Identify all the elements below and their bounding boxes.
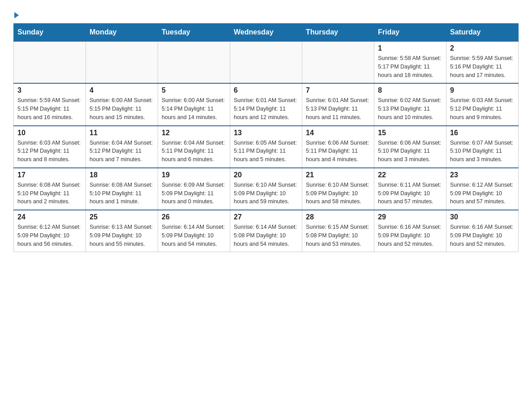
day-info: Sunrise: 6:12 AM Sunset: 5:09 PM Dayligh… <box>450 181 515 206</box>
day-number: 2 <box>450 44 515 52</box>
day-info: Sunrise: 6:10 AM Sunset: 5:09 PM Dayligh… <box>234 181 298 206</box>
day-number: 30 <box>450 213 515 221</box>
day-number: 24 <box>17 213 82 221</box>
day-info: Sunrise: 6:09 AM Sunset: 5:09 PM Dayligh… <box>162 181 226 206</box>
day-number: 8 <box>378 86 442 94</box>
calendar-cell: 4Sunrise: 6:00 AM Sunset: 5:15 PM Daylig… <box>86 83 158 125</box>
day-number: 15 <box>378 129 442 137</box>
calendar-cell <box>158 41 230 83</box>
day-info: Sunrise: 6:03 AM Sunset: 5:12 PM Dayligh… <box>450 96 515 121</box>
calendar-week-5: 24Sunrise: 6:12 AM Sunset: 5:09 PM Dayli… <box>14 210 519 252</box>
calendar-cell <box>14 41 86 83</box>
day-number: 28 <box>306 213 370 221</box>
calendar-cell: 16Sunrise: 6:07 AM Sunset: 5:10 PM Dayli… <box>446 126 519 168</box>
calendar-cell: 29Sunrise: 6:16 AM Sunset: 5:09 PM Dayli… <box>374 210 446 252</box>
day-number: 4 <box>90 86 154 94</box>
day-number: 25 <box>90 213 154 221</box>
header-row: Sunday Monday Tuesday Wednesday Thursday… <box>14 24 519 42</box>
calendar-cell: 18Sunrise: 6:08 AM Sunset: 5:10 PM Dayli… <box>86 168 158 210</box>
calendar-cell: 17Sunrise: 6:08 AM Sunset: 5:10 PM Dayli… <box>14 168 86 210</box>
calendar-cell <box>302 41 374 83</box>
logo-blue-text <box>13 13 19 19</box>
header-friday: Friday <box>374 24 446 42</box>
calendar-cell: 9Sunrise: 6:03 AM Sunset: 5:12 PM Daylig… <box>446 83 519 125</box>
calendar-week-1: 1Sunrise: 5:58 AM Sunset: 5:17 PM Daylig… <box>14 41 519 83</box>
calendar-cell: 10Sunrise: 6:03 AM Sunset: 5:12 PM Dayli… <box>14 126 86 168</box>
calendar-cell: 14Sunrise: 6:06 AM Sunset: 5:11 PM Dayli… <box>302 126 374 168</box>
day-info: Sunrise: 6:03 AM Sunset: 5:12 PM Dayligh… <box>17 139 82 164</box>
day-number: 7 <box>306 86 370 94</box>
calendar-week-4: 17Sunrise: 6:08 AM Sunset: 5:10 PM Dayli… <box>14 168 519 210</box>
calendar-cell: 11Sunrise: 6:04 AM Sunset: 5:12 PM Dayli… <box>86 126 158 168</box>
calendar-cell <box>86 41 158 83</box>
day-number: 10 <box>17 129 82 137</box>
calendar-cell: 3Sunrise: 5:59 AM Sunset: 5:15 PM Daylig… <box>14 83 86 125</box>
calendar-cell <box>230 41 302 83</box>
day-info: Sunrise: 5:59 AM Sunset: 5:15 PM Dayligh… <box>17 96 82 121</box>
calendar-cell: 22Sunrise: 6:11 AM Sunset: 5:09 PM Dayli… <box>374 168 446 210</box>
day-info: Sunrise: 6:12 AM Sunset: 5:09 PM Dayligh… <box>17 223 82 248</box>
header-tuesday: Tuesday <box>158 24 230 42</box>
day-number: 11 <box>90 129 154 137</box>
day-info: Sunrise: 6:05 AM Sunset: 5:11 PM Dayligh… <box>234 139 298 164</box>
header-wednesday: Wednesday <box>230 24 302 42</box>
calendar-cell: 21Sunrise: 6:10 AM Sunset: 5:09 PM Dayli… <box>302 168 374 210</box>
day-number: 18 <box>90 171 154 179</box>
day-info: Sunrise: 5:58 AM Sunset: 5:17 PM Dayligh… <box>378 54 442 79</box>
day-info: Sunrise: 6:06 AM Sunset: 5:10 PM Dayligh… <box>378 139 442 164</box>
calendar-cell: 27Sunrise: 6:14 AM Sunset: 5:08 PM Dayli… <box>230 210 302 252</box>
day-info: Sunrise: 6:15 AM Sunset: 5:08 PM Dayligh… <box>306 223 370 248</box>
day-info: Sunrise: 6:14 AM Sunset: 5:09 PM Dayligh… <box>162 223 226 248</box>
day-info: Sunrise: 6:00 AM Sunset: 5:15 PM Dayligh… <box>90 96 154 121</box>
day-info: Sunrise: 6:16 AM Sunset: 5:09 PM Dayligh… <box>378 223 442 248</box>
day-number: 16 <box>450 129 515 137</box>
day-number: 29 <box>378 213 442 221</box>
header-sunday: Sunday <box>14 24 86 42</box>
day-info: Sunrise: 6:14 AM Sunset: 5:08 PM Dayligh… <box>234 223 298 248</box>
calendar-body: 1Sunrise: 5:58 AM Sunset: 5:17 PM Daylig… <box>14 41 519 252</box>
calendar-cell: 2Sunrise: 5:59 AM Sunset: 5:16 PM Daylig… <box>446 41 519 83</box>
day-number: 9 <box>450 86 515 94</box>
day-info: Sunrise: 6:01 AM Sunset: 5:14 PM Dayligh… <box>234 96 298 121</box>
calendar-header: Sunday Monday Tuesday Wednesday Thursday… <box>14 24 519 42</box>
day-number: 23 <box>450 171 515 179</box>
day-info: Sunrise: 6:08 AM Sunset: 5:10 PM Dayligh… <box>90 181 154 206</box>
calendar-cell: 6Sunrise: 6:01 AM Sunset: 5:14 PM Daylig… <box>230 83 302 125</box>
day-number: 12 <box>162 129 226 137</box>
calendar-table: Sunday Monday Tuesday Wednesday Thursday… <box>13 23 519 252</box>
day-info: Sunrise: 6:06 AM Sunset: 5:11 PM Dayligh… <box>306 139 370 164</box>
day-number: 17 <box>17 171 82 179</box>
day-number: 22 <box>378 171 442 179</box>
day-number: 13 <box>234 129 298 137</box>
day-info: Sunrise: 6:02 AM Sunset: 5:13 PM Dayligh… <box>378 96 442 121</box>
day-number: 27 <box>234 213 298 221</box>
calendar-cell: 20Sunrise: 6:10 AM Sunset: 5:09 PM Dayli… <box>230 168 302 210</box>
day-info: Sunrise: 6:08 AM Sunset: 5:10 PM Dayligh… <box>17 181 82 206</box>
calendar-cell: 12Sunrise: 6:04 AM Sunset: 5:11 PM Dayli… <box>158 126 230 168</box>
calendar-cell: 15Sunrise: 6:06 AM Sunset: 5:10 PM Dayli… <box>374 126 446 168</box>
day-number: 14 <box>306 129 370 137</box>
day-info: Sunrise: 6:04 AM Sunset: 5:12 PM Dayligh… <box>90 139 154 164</box>
day-number: 3 <box>17 86 82 94</box>
calendar-week-2: 3Sunrise: 5:59 AM Sunset: 5:15 PM Daylig… <box>14 83 519 125</box>
calendar-cell: 30Sunrise: 6:16 AM Sunset: 5:09 PM Dayli… <box>446 210 519 252</box>
calendar-cell: 23Sunrise: 6:12 AM Sunset: 5:09 PM Dayli… <box>446 168 519 210</box>
calendar-cell: 19Sunrise: 6:09 AM Sunset: 5:09 PM Dayli… <box>158 168 230 210</box>
calendar-cell: 7Sunrise: 6:01 AM Sunset: 5:13 PM Daylig… <box>302 83 374 125</box>
calendar-cell: 28Sunrise: 6:15 AM Sunset: 5:08 PM Dayli… <box>302 210 374 252</box>
header-monday: Monday <box>86 24 158 42</box>
calendar-cell: 5Sunrise: 6:00 AM Sunset: 5:14 PM Daylig… <box>158 83 230 125</box>
day-number: 19 <box>162 171 226 179</box>
calendar-cell: 25Sunrise: 6:13 AM Sunset: 5:09 PM Dayli… <box>86 210 158 252</box>
calendar-week-3: 10Sunrise: 6:03 AM Sunset: 5:12 PM Dayli… <box>14 126 519 168</box>
calendar-cell: 24Sunrise: 6:12 AM Sunset: 5:09 PM Dayli… <box>14 210 86 252</box>
day-info: Sunrise: 6:13 AM Sunset: 5:09 PM Dayligh… <box>90 223 154 248</box>
day-info: Sunrise: 5:59 AM Sunset: 5:16 PM Dayligh… <box>450 54 515 79</box>
calendar-cell: 1Sunrise: 5:58 AM Sunset: 5:17 PM Daylig… <box>374 41 446 83</box>
calendar-cell: 13Sunrise: 6:05 AM Sunset: 5:11 PM Dayli… <box>230 126 302 168</box>
day-info: Sunrise: 6:10 AM Sunset: 5:09 PM Dayligh… <box>306 181 370 206</box>
logo-triangle-icon <box>14 12 19 18</box>
day-info: Sunrise: 6:16 AM Sunset: 5:09 PM Dayligh… <box>450 223 515 248</box>
day-info: Sunrise: 6:00 AM Sunset: 5:14 PM Dayligh… <box>162 96 226 121</box>
header-thursday: Thursday <box>302 24 374 42</box>
